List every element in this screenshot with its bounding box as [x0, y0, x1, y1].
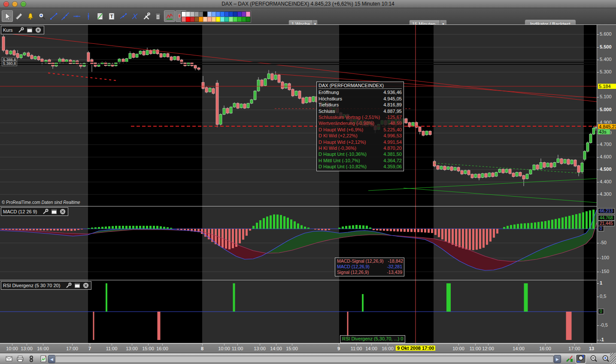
resize-grip[interactable]: [610, 353, 616, 364]
palette-color[interactable]: [182, 17, 186, 22]
palette-color[interactable]: [182, 12, 186, 17]
ruler-tool[interactable]: [13, 10, 24, 22]
palette-color[interactable]: [190, 12, 194, 17]
palette-color[interactable]: [216, 17, 220, 22]
palette-color[interactable]: [233, 17, 237, 22]
window-icon[interactable]: [73, 282, 81, 289]
time-tick-label: 13:00: [126, 346, 138, 351]
palette-color[interactable]: [212, 12, 216, 17]
candle: [429, 131, 431, 135]
cross-line-tool[interactable]: [129, 10, 140, 22]
close-icon[interactable]: [59, 209, 66, 215]
palette-color[interactable]: [186, 12, 190, 17]
close-icon[interactable]: [82, 282, 89, 289]
axis-tick: [597, 97, 599, 97]
wrench-chart-icon[interactable]: [565, 355, 574, 363]
macd-histogram-bar: [101, 227, 103, 229]
macd-cloud: [470, 250, 472, 267]
palette-color[interactable]: [229, 12, 233, 17]
time-tick-label: 10:00: [6, 346, 18, 351]
zoom-out-icon[interactable]: [589, 355, 598, 363]
macd-histogram-bar: [77, 229, 79, 230]
report-icon[interactable]: [39, 355, 48, 363]
wrench-icon[interactable]: [65, 282, 72, 289]
palette-color[interactable]: [229, 17, 233, 22]
candle: [170, 57, 173, 60]
palette-color[interactable]: [194, 12, 199, 17]
scroll-right-button[interactable]: ▶: [554, 355, 561, 363]
palette-color[interactable]: [203, 12, 207, 17]
macd-histogram-bar: [417, 229, 419, 232]
print-icon[interactable]: [15, 355, 25, 363]
macd-cloud: [479, 254, 481, 270]
macd-histogram-bar: [108, 226, 110, 229]
horizontal-line-tool[interactable]: [71, 10, 82, 22]
macd-histogram-bar: [489, 229, 492, 242]
palette-color[interactable]: [237, 17, 242, 22]
line-chart-style[interactable]: [164, 10, 175, 22]
wrench-icon[interactable]: [42, 209, 49, 215]
palette-color[interactable]: [246, 12, 250, 17]
palette-color[interactable]: [199, 12, 203, 17]
macd-histogram-bar: [438, 229, 440, 237]
macd-chart[interactable]: [0, 206, 597, 280]
palette-color[interactable]: [216, 12, 220, 17]
palette-color[interactable]: [190, 17, 194, 22]
palette-color[interactable]: [225, 12, 229, 17]
time-tick: [90, 344, 90, 346]
palette-color[interactable]: [220, 12, 225, 17]
horizontal-scrollbar[interactable]: [55, 355, 554, 363]
scroll-left-button[interactable]: ◀: [48, 355, 55, 363]
macd-histogram-bar: [424, 229, 426, 233]
alert-bell-tool[interactable]: [25, 10, 36, 22]
macd-histogram-bar: [386, 229, 388, 231]
palette-color[interactable]: [242, 12, 246, 17]
palette-color[interactable]: [233, 12, 237, 17]
palette-color[interactable]: [212, 17, 216, 22]
palette-color[interactable]: [237, 12, 242, 17]
delete-tool[interactable]: [152, 10, 164, 22]
macd-histogram-bar: [338, 228, 340, 229]
axis-tick: [597, 47, 599, 48]
extended-line-tool[interactable]: [60, 10, 71, 22]
macd-cloud: [369, 231, 371, 235]
axis-tick: [597, 170, 599, 170]
palette-color[interactable]: [225, 17, 229, 22]
copyright-note: © ProRealTime.com Daten sind Realtime: [2, 200, 80, 205]
time-tick: [574, 344, 575, 346]
palette-color[interactable]: [207, 12, 212, 17]
trendline-tool[interactable]: [48, 10, 59, 22]
palette-color[interactable]: [242, 17, 246, 22]
palette-color[interactable]: [194, 17, 199, 22]
settings-tool[interactable]: [141, 10, 152, 22]
palette-color[interactable]: [203, 17, 207, 22]
text-tool[interactable]: T: [106, 10, 117, 22]
segment-tool[interactable]: [118, 10, 129, 22]
zoom-in-icon[interactable]: [601, 355, 610, 363]
palette-color[interactable]: [186, 17, 190, 22]
palette-color[interactable]: [220, 17, 225, 22]
close-icon[interactable]: [35, 27, 42, 33]
vertical-line-tool[interactable]: [83, 10, 94, 22]
window-icon[interactable]: [50, 209, 58, 215]
palette-color[interactable]: [199, 17, 203, 22]
link-icon[interactable]: [27, 355, 36, 363]
time-tick-label: 14:00: [365, 346, 377, 351]
pointer-tool[interactable]: [2, 10, 13, 22]
palette-color[interactable]: [207, 17, 212, 22]
candle: [281, 82, 284, 89]
status-bar: ◀ ▶: [0, 353, 616, 364]
tooltip-row: Signal (12,26,9)-13,439: [337, 270, 402, 275]
price-chart[interactable]: [0, 25, 597, 206]
window-icon[interactable]: [26, 27, 33, 33]
mail-icon[interactable]: [4, 355, 14, 363]
macd-histogram-bar: [400, 229, 402, 232]
macd-histogram-bar: [39, 229, 42, 230]
fibonacci-tool[interactable]: [94, 10, 106, 22]
macd-histogram-bar: [15, 229, 18, 230]
palette-color[interactable]: [246, 17, 250, 22]
zoom-drag-icon[interactable]: [576, 355, 586, 363]
zoom-tool[interactable]: [36, 10, 48, 22]
wrench-icon[interactable]: [18, 27, 25, 33]
macd-histogram-bar: [476, 229, 478, 250]
